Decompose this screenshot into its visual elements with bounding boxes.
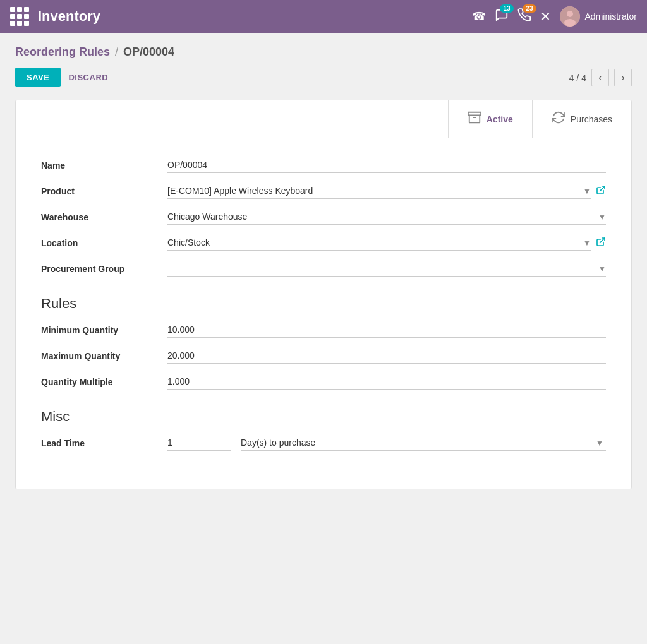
topnav-actions: ☎ 13 23 ✕ Administrator: [472, 6, 637, 27]
qty-multiple-row: Quantity Multiple: [41, 374, 606, 390]
product-external-link-icon[interactable]: [596, 185, 606, 198]
misc-section: Misc Lead Time Day(s) to purchase ▼: [41, 408, 606, 451]
refresh-icon: [552, 110, 565, 128]
lead-time-unit-field: Day(s) to purchase ▼: [241, 435, 606, 451]
messages-badge: 13: [500, 4, 513, 13]
max-qty-label: Maximum Quantity: [41, 351, 167, 361]
pagination-prev[interactable]: ‹: [591, 69, 609, 86]
pagination-text: 4 / 4: [569, 73, 586, 83]
basic-fields-section: Name Product ▼: [41, 157, 606, 277]
location-label: Location: [41, 238, 167, 248]
purchases-smart-button[interactable]: Purchases: [532, 100, 631, 138]
lead-time-unit-select[interactable]: Day(s) to purchase: [241, 435, 606, 451]
purchases-label: Purchases: [571, 114, 612, 124]
location-field: ▼: [167, 235, 606, 251]
breadcrumb: Reordering Rules / OP/00004: [15, 45, 632, 59]
form-body: Name Product ▼: [16, 138, 631, 489]
max-qty-row: Maximum Quantity: [41, 348, 606, 364]
product-row: Product ▼: [41, 183, 606, 199]
page-content: Reordering Rules / OP/00004 SAVE DISCARD…: [0, 33, 647, 644]
user-menu[interactable]: Administrator: [560, 6, 637, 27]
svg-line-6: [600, 238, 605, 242]
top-navigation: Inventory ☎ 13 23 ✕ Adm: [0, 0, 647, 33]
min-qty-row: Minimum Quantity: [41, 322, 606, 338]
activities-badge: 23: [523, 4, 536, 13]
svg-line-5: [600, 186, 605, 191]
rules-heading: Rules: [41, 295, 606, 312]
warehouse-input[interactable]: [167, 209, 606, 225]
phone-icon[interactable]: ☎: [472, 9, 486, 23]
discard-button[interactable]: DISCARD: [68, 73, 108, 82]
messages-icon[interactable]: 13: [495, 8, 509, 25]
record-card: Active Purchases Name: [15, 100, 632, 489]
qty-multiple-input[interactable]: [167, 374, 606, 390]
product-label: Product: [41, 186, 167, 196]
warehouse-field: ▼: [167, 209, 606, 225]
breadcrumb-parent[interactable]: Reordering Rules: [15, 45, 110, 59]
procurement-group-label: Procurement Group: [41, 264, 167, 274]
svg-point-2: [564, 19, 576, 27]
svg-point-1: [567, 11, 573, 17]
pagination-next[interactable]: ›: [614, 69, 632, 86]
qty-multiple-field: [167, 374, 606, 390]
min-qty-label: Minimum Quantity: [41, 325, 167, 335]
procurement-group-row: Procurement Group ▼: [41, 261, 606, 277]
active-label: Active: [487, 114, 513, 124]
activities-icon[interactable]: 23: [517, 8, 531, 25]
pagination: 4 / 4 ‹ ›: [569, 69, 632, 86]
smart-buttons-row: Active Purchases: [16, 100, 631, 138]
lead-time-label: Lead Time: [41, 438, 167, 448]
archive-icon: [468, 110, 481, 128]
breadcrumb-separator: /: [115, 45, 118, 59]
app-title: Inventory: [38, 8, 472, 25]
product-input[interactable]: [167, 183, 591, 199]
procurement-group-field: ▼: [167, 261, 606, 277]
product-field: ▼: [167, 183, 606, 199]
breadcrumb-current: OP/00004: [123, 45, 174, 59]
toolbar: SAVE DISCARD 4 / 4 ‹ ›: [15, 68, 632, 87]
warehouse-row: Warehouse ▼: [41, 209, 606, 225]
max-qty-field: [167, 348, 606, 364]
lead-time-input[interactable]: [167, 435, 231, 451]
name-row: Name: [41, 157, 606, 173]
min-qty-input[interactable]: [167, 322, 606, 338]
warehouse-label: Warehouse: [41, 212, 167, 222]
qty-multiple-label: Quantity Multiple: [41, 377, 167, 387]
lead-time-row: Lead Time Day(s) to purchase ▼: [41, 435, 606, 451]
active-smart-button[interactable]: Active: [448, 100, 532, 138]
name-input[interactable]: [167, 157, 606, 173]
close-icon[interactable]: ✕: [540, 9, 551, 24]
apps-menu-icon[interactable]: [10, 7, 29, 26]
name-label: Name: [41, 160, 167, 170]
max-qty-input[interactable]: [167, 348, 606, 364]
name-field: [167, 157, 606, 173]
save-button[interactable]: SAVE: [15, 68, 61, 87]
svg-rect-3: [468, 112, 481, 116]
avatar: [560, 6, 580, 27]
location-row: Location ▼: [41, 235, 606, 251]
min-qty-field: [167, 322, 606, 338]
location-external-link-icon[interactable]: [596, 237, 606, 249]
user-name: Administrator: [585, 11, 637, 21]
misc-heading: Misc: [41, 408, 606, 425]
rules-section: Rules Minimum Quantity Maximum Quantity …: [41, 295, 606, 390]
procurement-group-input[interactable]: [167, 261, 606, 277]
location-input[interactable]: [167, 235, 591, 251]
